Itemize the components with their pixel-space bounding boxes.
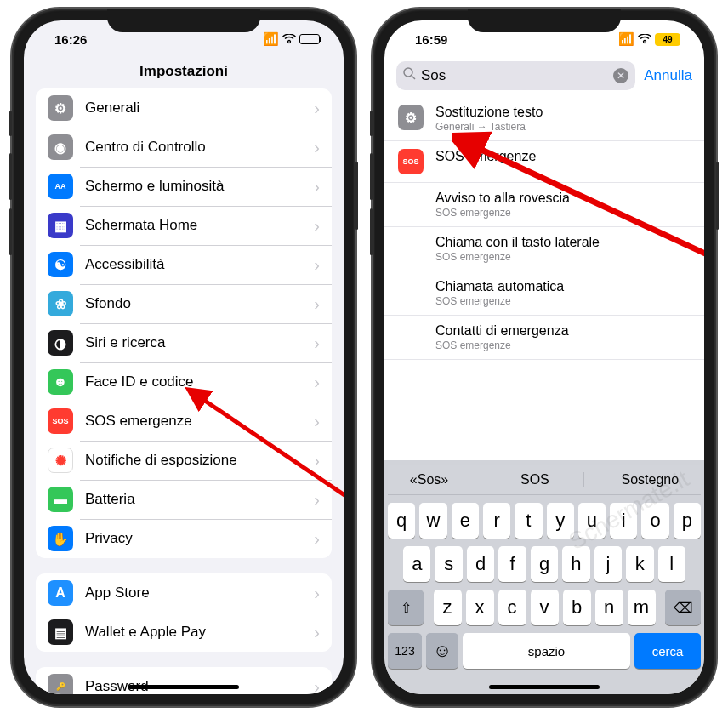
- settings-item[interactable]: ▤Wallet e Apple Pay›: [36, 613, 332, 652]
- notch: [107, 9, 260, 32]
- result-subtitle: SOS emergenze: [435, 295, 564, 307]
- chevron-icon: ›: [314, 294, 320, 314]
- settings-item-label: Accessibilità: [85, 256, 165, 273]
- svg-point-1: [404, 68, 412, 77]
- wifi-icon: [282, 32, 296, 47]
- key-r[interactable]: r: [483, 503, 510, 539]
- settings-item-label: App Store: [85, 584, 150, 601]
- key-l[interactable]: l: [658, 546, 685, 582]
- settings-item[interactable]: 🔑Password›: [36, 667, 332, 694]
- key-d[interactable]: d: [467, 546, 494, 582]
- phone-right: 16:59 📶 49 Sos ✕ Annulla ⚙Sostituzione t…: [373, 9, 716, 706]
- result-title: SOS emergenze: [435, 149, 536, 164]
- suggestion[interactable]: Sostegno: [622, 472, 680, 487]
- chevron-icon: ›: [314, 99, 320, 118]
- settings-item[interactable]: SOSSOS emergenze›: [36, 402, 332, 441]
- chevron-icon: ›: [314, 529, 320, 549]
- key-z[interactable]: z: [434, 590, 462, 625]
- settings-item[interactable]: ◑Siri e ricerca›: [36, 323, 332, 362]
- settings-item[interactable]: ✋Privacy›: [36, 519, 332, 558]
- key-n[interactable]: n: [595, 590, 623, 625]
- settings-item-icon: A: [48, 580, 73, 606]
- status-time: 16:59: [415, 32, 447, 47]
- key-c[interactable]: c: [498, 590, 526, 625]
- backspace-key[interactable]: ⌫: [665, 590, 701, 625]
- settings-item[interactable]: ☯Accessibilità›: [36, 245, 332, 284]
- wifi-icon: [638, 32, 651, 47]
- svg-line-2: [412, 76, 415, 79]
- home-indicator[interactable]: [128, 685, 239, 689]
- key-h[interactable]: h: [562, 546, 589, 582]
- return-key[interactable]: cerca: [634, 633, 701, 669]
- key-v[interactable]: v: [531, 590, 559, 625]
- key-j[interactable]: j: [594, 546, 622, 582]
- clear-search-icon[interactable]: ✕: [613, 68, 628, 83]
- space-key[interactable]: spazio: [463, 633, 630, 669]
- search-result-item[interactable]: Avviso to alla rovesciaSOS emergenze: [384, 183, 704, 227]
- search-input[interactable]: Sos ✕: [396, 61, 635, 90]
- key-x[interactable]: x: [466, 590, 494, 625]
- settings-item[interactable]: ▦Schermata Home›: [36, 206, 332, 245]
- settings-item[interactable]: AApp Store›: [36, 573, 332, 613]
- search-result-item[interactable]: Chiama con il tasto lateraleSOS emergenz…: [384, 227, 704, 271]
- key-s[interactable]: s: [435, 546, 462, 582]
- keyboard-suggestions[interactable]: «Sos»SOSSostegno: [388, 465, 701, 495]
- settings-item[interactable]: ✺Notifiche di esposizione›: [36, 441, 332, 480]
- key-t[interactable]: t: [515, 503, 542, 539]
- key-f[interactable]: f: [498, 546, 526, 582]
- settings-item-label: Wallet e Apple Pay: [85, 624, 206, 641]
- chevron-icon: ›: [314, 255, 320, 275]
- search-result-item[interactable]: ⚙Sostituzione testoGenerali → Tastiera: [384, 97, 704, 141]
- emoji-key[interactable]: ☺: [426, 633, 458, 669]
- notch: [468, 9, 621, 32]
- result-subtitle: SOS emergenze: [435, 251, 600, 263]
- settings-group-3: 🔑Password›: [36, 667, 332, 694]
- suggestion[interactable]: «Sos»: [410, 472, 448, 487]
- keyboard[interactable]: «Sos»SOSSostegno qwertyuiop asdfghjkl ⇧ …: [384, 460, 704, 694]
- cancel-button[interactable]: Annulla: [644, 67, 692, 84]
- battery-icon: [299, 34, 320, 44]
- search-result-item[interactable]: Chiamata automaticaSOS emergenze: [384, 271, 704, 316]
- key-g[interactable]: g: [531, 546, 558, 582]
- settings-item-icon: 🔑: [48, 674, 73, 694]
- key-a[interactable]: a: [403, 546, 430, 582]
- chevron-icon: ›: [314, 216, 320, 236]
- settings-item-icon: ◉: [48, 134, 73, 160]
- search-results: ⚙Sostituzione testoGenerali → TastieraSO…: [384, 97, 704, 360]
- key-o[interactable]: o: [641, 503, 668, 539]
- settings-item[interactable]: ☻Face ID e codice›: [36, 362, 332, 402]
- settings-item-icon: ◑: [48, 330, 73, 356]
- key-m[interactable]: m: [628, 590, 656, 625]
- settings-item-label: Schermata Home: [85, 217, 197, 234]
- settings-item[interactable]: ⚙Generali›: [36, 88, 332, 128]
- chevron-icon: ›: [314, 412, 320, 431]
- key-q[interactable]: q: [388, 503, 415, 539]
- search-value: Sos: [421, 67, 613, 84]
- key-b[interactable]: b: [563, 590, 591, 625]
- key-k[interactable]: k: [626, 546, 653, 582]
- result-title: Avviso to alla rovescia: [435, 191, 570, 206]
- shift-key[interactable]: ⇧: [388, 590, 424, 625]
- chevron-icon: ›: [314, 333, 320, 353]
- key-w[interactable]: w: [419, 503, 446, 539]
- key-i[interactable]: i: [610, 503, 637, 539]
- home-indicator[interactable]: [489, 685, 600, 689]
- search-result-item[interactable]: Contatti di emergenzaSOS emergenze: [384, 316, 704, 360]
- key-e[interactable]: e: [452, 503, 479, 539]
- settings-group-1: ⚙Generali›◉Centro di Controllo›AASchermo…: [36, 88, 332, 558]
- numeric-key[interactable]: 123: [388, 633, 422, 669]
- settings-item[interactable]: ❀Sfondo›: [36, 284, 332, 323]
- settings-item-icon: ▬: [48, 487, 73, 512]
- suggestion[interactable]: SOS: [486, 472, 584, 487]
- settings-item[interactable]: AASchermo e luminosità›: [36, 167, 332, 206]
- settings-item-label: Centro di Controllo: [85, 139, 206, 156]
- key-p[interactable]: p: [674, 503, 701, 539]
- key-y[interactable]: y: [547, 503, 574, 539]
- search-result-item[interactable]: SOSSOS emergenze: [384, 141, 704, 183]
- key-u[interactable]: u: [578, 503, 606, 539]
- settings-item-icon: ▦: [48, 213, 73, 238]
- settings-item[interactable]: ▬Batteria›: [36, 480, 332, 519]
- settings-item-label: Privacy: [85, 530, 133, 547]
- settings-item[interactable]: ◉Centro di Controllo›: [36, 128, 332, 167]
- settings-item-icon: ❀: [48, 291, 73, 316]
